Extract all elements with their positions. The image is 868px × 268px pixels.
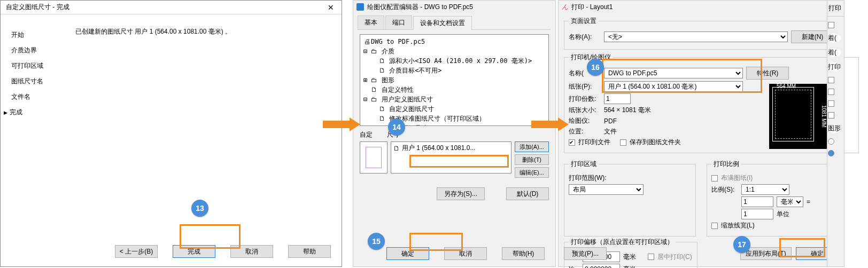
tree-modify-std-paper[interactable]: 修改标准图纸尺寸（可打印区域） (389, 115, 485, 122)
save-to-folder-label: 保存到图纸文件夹 (630, 138, 681, 147)
list-item: 🗋 用户 1 (564.00 x 1081.0... (392, 143, 510, 153)
offset-y-input[interactable] (583, 264, 620, 268)
clipped-radio-1[interactable] (828, 138, 834, 145)
scale-label: 比例(S): (711, 185, 738, 194)
add-button[interactable]: 添加(A)... (515, 141, 549, 152)
clipped-radio-2[interactable] (828, 150, 834, 156)
group-print-area: 打印区域 打印范围(W): 布局 (564, 160, 696, 237)
tree-media[interactable]: 介质 (382, 48, 394, 55)
legend-print-area: 打印区域 (569, 160, 599, 169)
fit-to-paper-checkbox[interactable] (711, 175, 718, 182)
paper-size-label: 纸张大小: (569, 106, 601, 115)
save-as-button[interactable]: 另存为(S)... (437, 187, 485, 200)
tree-graphics[interactable]: 图形 (382, 76, 394, 84)
clipped-tab[interactable]: 打印 (827, 1, 844, 17)
tree-user-paper[interactable]: 用户定义图纸尺寸 (382, 96, 433, 103)
dialog-plotter-config-editor: 绘图仪配置编辑器 - DWG to PDF.pc5 基本 端口 设备和文档设置 … (353, 0, 556, 267)
config-tree[interactable]: 🖨DWG to PDF.pc5 ⊟ 🗀 介质 🗋 源和大小<ISO A4 (21… (360, 34, 549, 126)
printer-name-select[interactable]: DWG to PDF.pc5 (604, 68, 743, 78)
completion-message: 已创建新的图纸尺寸 用户 1 (564.00 x 1081.00 毫米) 。 (65, 27, 331, 120)
tree-root[interactable]: DWG to PDF.pc5 (371, 38, 425, 45)
plotter-label: 绘图仪: (569, 116, 601, 125)
back-button[interactable]: < 上一步(B) (115, 245, 158, 258)
scale-mm-input[interactable] (741, 196, 773, 207)
tab-port[interactable]: 端口 (385, 15, 412, 29)
clipped-text-2: 着( (828, 48, 841, 57)
tree-custom-paper[interactable]: 自定义图纸尺寸 (389, 105, 434, 113)
save-to-folder-checkbox[interactable] (620, 139, 626, 146)
clipped-right-panel: 打印 着( 着( 打印 图形 (827, 1, 844, 266)
tree-source-size[interactable]: 源和大小<ISO A4 (210.00 x 297.00 毫米)> (389, 57, 532, 65)
tab-basic[interactable]: 基本 (358, 15, 384, 29)
copies-label: 打印份数: (569, 94, 601, 104)
clipped-gap-icon (828, 22, 834, 28)
print-range-label: 打印范围(W): (569, 174, 607, 183)
paper-size-value: 564 × 1081 毫米 (604, 106, 651, 115)
clipped-check-2[interactable] (828, 89, 834, 95)
dialog-print: ん 打印 - Layout1 页面设置 名称(A): <无> 新建(N) 打印机… (558, 0, 844, 267)
paper-label: 纸张(P): (569, 82, 601, 91)
clipped-options: 着( 着( 打印 图形 (828, 22, 841, 156)
dialog-custom-paper-complete: 自定义图纸尺寸 - 完成 ✕ 开始 介质边界 可打印区域 图纸尺寸名 文件名 完… (0, 0, 342, 267)
legend-print-scale: 打印比例 (711, 160, 741, 169)
help-button[interactable]: 帮助(H) (502, 247, 545, 260)
cancel-button[interactable]: 取消 (444, 247, 487, 260)
print-range-select[interactable]: 布局 (569, 184, 644, 195)
group-print-scale: 打印比例 布满图纸(I) 比例(S): 1:1 毫米 = 单位 (707, 160, 839, 237)
callout-15: 15 (368, 233, 385, 250)
tab-device-doc[interactable]: 设备和文档设置 (413, 16, 472, 30)
default-button[interactable]: 默认(D) (506, 187, 549, 200)
finish-button[interactable]: 完成 (173, 245, 215, 258)
scale-unit-input[interactable] (741, 209, 773, 219)
help-button[interactable]: 帮助 (288, 245, 331, 258)
title-bar: ん 打印 - Layout1 (559, 1, 844, 13)
copies-input[interactable] (604, 93, 631, 104)
scale-select[interactable]: 1:1 (741, 184, 789, 195)
group-page-setup: 页面设置 名称(A): <无> 新建(N) (564, 17, 839, 50)
dialog-title: 打印 - Layout1 (571, 3, 613, 12)
clipped-check-3[interactable] (828, 100, 834, 107)
paper-preview-icon (360, 141, 387, 174)
delete-button[interactable]: 删除(T) (515, 154, 549, 165)
close-icon[interactable]: ✕ (327, 3, 337, 12)
mm-label: 毫米 (623, 265, 636, 269)
fit-to-paper-label: 布满图纸(I) (721, 174, 753, 183)
scale-lineweight-label: 缩放线宽(L) (721, 221, 755, 230)
clipped-check-1[interactable] (828, 77, 834, 83)
paper-preview: 564 MM 1081 MM (769, 84, 828, 149)
properties-button[interactable]: 特性(R) (746, 67, 789, 80)
scale-unit-select[interactable]: 毫米 (777, 196, 803, 207)
app-icon: ん (562, 3, 568, 12)
print-to-file-label: 打印到文件 (578, 138, 610, 147)
title-bar: 自定义图纸尺寸 - 完成 ✕ (1, 1, 342, 14)
clipped-text-1: 着( (828, 34, 841, 43)
scale-lineweight-checkbox[interactable] (711, 223, 718, 229)
page-icon: 🗋 (393, 145, 400, 152)
y-label: Y: (569, 265, 579, 268)
list-item-label[interactable]: 用户 1 (564.00 x 1081.0... (402, 144, 475, 153)
name-label: 名称(A): (569, 33, 601, 42)
custom-paper-list[interactable]: 🗋 用户 1 (564.00 x 1081.0... (391, 141, 511, 174)
cancel-button[interactable]: 取消 (230, 245, 273, 258)
page-setup-name-select[interactable]: <无> (604, 31, 788, 42)
title-bar: 绘图仪配置编辑器 - DWG to PDF.pc5 (353, 1, 555, 13)
clipped-text-3: 打印 (828, 62, 841, 72)
tree-media-target[interactable]: 介质目标<不可用> (389, 67, 441, 74)
location-label: 位置: (569, 127, 601, 136)
preview-button[interactable]: 预览(P)... (564, 247, 607, 260)
callout-16: 16 (587, 59, 604, 76)
paper-select[interactable]: 用户 1 (564.00 x 1081.00 毫米) (604, 81, 743, 92)
callout-13: 13 (191, 200, 208, 217)
ok-button[interactable]: 确定 (386, 247, 429, 260)
edit-button[interactable]: 编辑(E)... (515, 167, 549, 178)
callout-17: 17 (733, 236, 750, 253)
print-to-file-checkbox[interactable] (569, 139, 575, 146)
step-start: 开始 (11, 27, 65, 43)
dialog-title: 绘图仪配置编辑器 - DWG to PDF.pc5 (367, 3, 473, 12)
clipped-check-4[interactable] (828, 112, 834, 119)
plotter-value: PDF (604, 117, 617, 125)
tree-custom-props[interactable]: 自定义特性 (382, 86, 414, 93)
wizard-steps: 开始 介质边界 可打印区域 图纸尺寸名 文件名 完成 (11, 27, 65, 120)
dialog-title: 自定义图纸尺寸 - 完成 (5, 3, 69, 12)
printer-icon (356, 3, 364, 11)
